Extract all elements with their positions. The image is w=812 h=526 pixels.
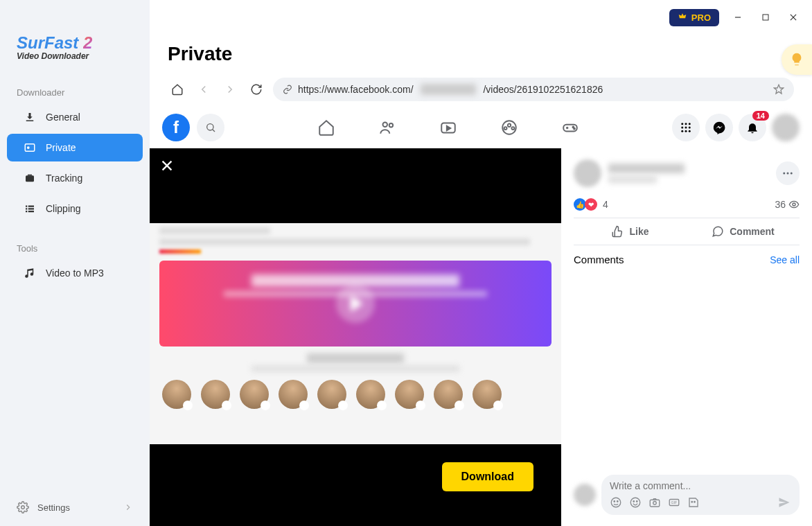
url-prefix: https://www.facebook.com/ bbox=[298, 84, 414, 95]
fb-avatar[interactable] bbox=[772, 114, 800, 141]
gear-icon bbox=[17, 501, 29, 514]
svg-point-27 bbox=[689, 127, 691, 129]
avatar-thumb[interactable] bbox=[473, 380, 502, 409]
svg-point-11 bbox=[389, 123, 393, 127]
facebook-logo[interactable]: f bbox=[162, 114, 190, 141]
favorite-icon[interactable] bbox=[773, 84, 784, 95]
minimize-button[interactable] bbox=[729, 8, 747, 26]
facebook-header: f 14 bbox=[150, 111, 812, 148]
comment-input[interactable] bbox=[610, 480, 791, 491]
camera-icon[interactable] bbox=[648, 496, 661, 509]
emoji-icon[interactable] bbox=[629, 496, 642, 509]
logo-subtitle: Video Downloader bbox=[17, 51, 133, 61]
avatar-thumb[interactable] bbox=[317, 380, 346, 409]
download-button[interactable]: Download bbox=[442, 462, 533, 491]
avatar-thumb[interactable] bbox=[240, 380, 269, 409]
reactions-count: 4 bbox=[603, 199, 608, 210]
svg-point-24 bbox=[689, 123, 691, 125]
maximize-button[interactable] bbox=[757, 8, 775, 26]
link-icon bbox=[283, 85, 292, 94]
sidebar-item-private[interactable]: Private bbox=[7, 134, 143, 161]
like-button[interactable]: Like bbox=[574, 218, 687, 245]
forward-button[interactable] bbox=[220, 80, 240, 99]
video-close-icon[interactable] bbox=[159, 158, 175, 173]
post-column: 👍 ❤ 4 36 Like Comment bbox=[561, 148, 812, 526]
svg-rect-43 bbox=[650, 500, 660, 507]
post-actions: Like Comment bbox=[574, 218, 800, 245]
fb-nav-groups[interactable] bbox=[500, 118, 519, 137]
sidebar-item-general[interactable]: General bbox=[7, 103, 143, 131]
svg-rect-5 bbox=[763, 15, 768, 20]
avatar-row bbox=[150, 376, 561, 413]
reload-button[interactable] bbox=[247, 80, 266, 99]
browser-bar: https://www.facebook.com/xxxxx xxxxxx/vi… bbox=[150, 78, 812, 111]
gif-icon[interactable]: GIF bbox=[668, 496, 680, 509]
svg-point-47 bbox=[691, 502, 693, 503]
svg-point-34 bbox=[787, 173, 789, 175]
back-button[interactable] bbox=[194, 80, 213, 99]
chevron-right-icon bbox=[123, 502, 133, 512]
post-date bbox=[608, 176, 657, 183]
comment-box[interactable]: GIF bbox=[601, 475, 800, 515]
svg-point-23 bbox=[685, 123, 687, 125]
views-count: 36 bbox=[775, 199, 786, 210]
lightbulb-icon bbox=[789, 52, 804, 67]
close-button[interactable] bbox=[784, 8, 802, 26]
pro-badge[interactable]: PRO bbox=[669, 9, 719, 26]
avatar-sticker-icon[interactable] bbox=[610, 496, 622, 509]
avatar-thumb[interactable] bbox=[395, 380, 424, 409]
video-content bbox=[150, 223, 561, 444]
video-banner[interactable] bbox=[159, 261, 551, 347]
comment-button[interactable]: Comment bbox=[687, 218, 800, 245]
svg-point-25 bbox=[681, 127, 683, 129]
svg-point-16 bbox=[511, 127, 514, 130]
sidebar-item-tracking[interactable]: Tracking bbox=[7, 164, 143, 192]
facebook-search[interactable] bbox=[197, 114, 224, 141]
post-more-button[interactable] bbox=[776, 161, 800, 185]
fb-nav-home[interactable] bbox=[317, 118, 336, 137]
send-icon[interactable] bbox=[777, 496, 791, 509]
sidebar-label-mp3: Video to MP3 bbox=[46, 268, 104, 279]
post-header bbox=[574, 155, 800, 191]
svg-point-21 bbox=[574, 128, 575, 130]
avatar-thumb[interactable] bbox=[434, 380, 463, 409]
svg-point-41 bbox=[633, 501, 635, 502]
my-avatar[interactable] bbox=[574, 484, 596, 506]
sidebar-item-video-to-mp3[interactable]: Video to MP3 bbox=[7, 259, 143, 287]
fb-menu[interactable] bbox=[672, 114, 700, 141]
svg-point-15 bbox=[504, 127, 507, 130]
logo-pre: Sur bbox=[17, 33, 44, 52]
post-avatar[interactable] bbox=[574, 159, 601, 187]
svg-point-29 bbox=[685, 130, 687, 132]
sidebar-item-clipping[interactable]: Clipping bbox=[7, 195, 143, 222]
idea-button[interactable] bbox=[782, 44, 812, 75]
post-author bbox=[608, 164, 685, 173]
svg-point-42 bbox=[637, 501, 638, 502]
home-button[interactable] bbox=[168, 80, 187, 99]
dots-icon bbox=[782, 167, 794, 179]
sidebar-label-clipping: Clipping bbox=[46, 203, 81, 214]
svg-rect-2 bbox=[26, 175, 34, 182]
settings-button[interactable]: Settings bbox=[0, 491, 150, 526]
avatar-thumb[interactable] bbox=[201, 380, 230, 409]
svg-point-38 bbox=[614, 501, 615, 502]
fb-notifications[interactable]: 14 bbox=[739, 114, 766, 141]
avatar-thumb[interactable] bbox=[356, 380, 385, 409]
logo-post: Fast bbox=[44, 33, 78, 52]
url-suffix: /videos/2619102251621826 bbox=[483, 84, 603, 95]
sticker-icon[interactable] bbox=[687, 496, 700, 509]
download-icon bbox=[24, 111, 36, 123]
url-bar[interactable]: https://www.facebook.com/xxxxx xxxxxx/vi… bbox=[273, 78, 794, 101]
fb-messenger[interactable] bbox=[705, 114, 733, 141]
fb-nav-gaming[interactable] bbox=[561, 118, 580, 137]
avatar-thumb[interactable] bbox=[162, 380, 191, 409]
fb-nav-friends[interactable] bbox=[378, 118, 397, 137]
svg-point-28 bbox=[681, 130, 683, 132]
thumb-icon bbox=[611, 225, 624, 238]
like-label: Like bbox=[629, 226, 648, 237]
avatar-thumb[interactable] bbox=[279, 380, 308, 409]
svg-point-36 bbox=[793, 203, 795, 206]
svg-point-48 bbox=[694, 502, 696, 503]
see-all-link[interactable]: See all bbox=[770, 254, 800, 265]
fb-nav-video[interactable] bbox=[439, 118, 458, 137]
